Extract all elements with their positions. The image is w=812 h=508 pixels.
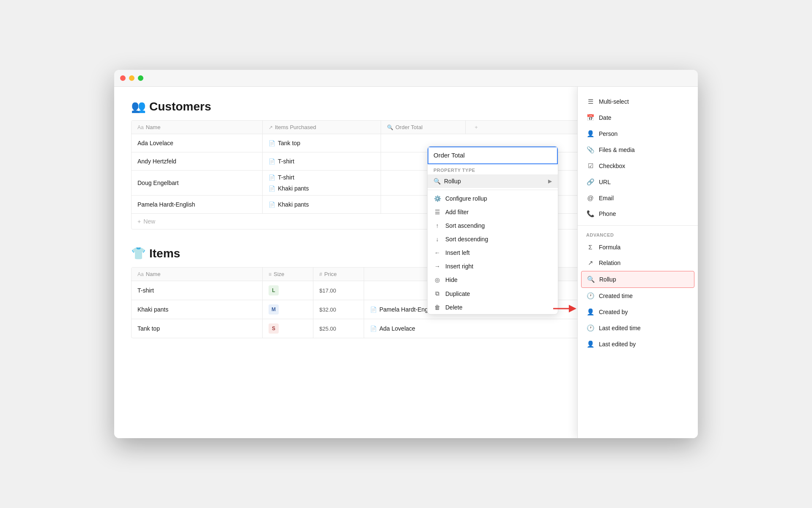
type-email[interactable]: @ Email xyxy=(578,190,698,206)
item-price-2[interactable]: $25.00 xyxy=(313,319,364,338)
phone-icon: 📞 xyxy=(586,210,595,218)
item-size-2[interactable]: S xyxy=(263,319,313,338)
duplicate-icon: ⧉ xyxy=(433,290,441,297)
add-filter-label: Add filter xyxy=(445,209,469,215)
close-button[interactable] xyxy=(120,75,126,81)
url-label: URL xyxy=(599,179,611,185)
item-price-1[interactable]: $32.00 xyxy=(313,300,364,319)
property-type-value: Rollup xyxy=(444,178,461,185)
multi-select-icon: ☰ xyxy=(586,98,595,105)
customer-items-3[interactable]: 📄 Khaki pants xyxy=(263,196,381,213)
created-time-icon: 🕐 xyxy=(586,292,595,300)
title-bar xyxy=(114,70,698,87)
item-size-1[interactable]: M xyxy=(263,300,313,319)
type-url[interactable]: 🔗 URL xyxy=(578,174,698,190)
created-by-icon: 👤 xyxy=(586,308,595,316)
item-size-0[interactable]: L xyxy=(263,281,313,300)
item-price-0[interactable]: $17.00 xyxy=(313,281,364,300)
configure-icon: ⚙️ xyxy=(433,195,441,202)
add-column-button[interactable]: + xyxy=(466,121,487,134)
customer-name-1[interactable]: Andy Hertzfeld xyxy=(132,152,263,170)
item-name-2[interactable]: Tank top xyxy=(132,319,263,338)
rollup-icon: 🔍 xyxy=(587,276,595,283)
email-label: Email xyxy=(599,195,614,202)
rollup-type-icon: 🔍 xyxy=(433,178,441,185)
property-name-input[interactable] xyxy=(428,146,558,164)
customers-col-order[interactable]: 🔍 Order Total xyxy=(381,121,466,134)
main-window: ··· 👥 Customers Aa Name ↗ Items Purchase… xyxy=(114,70,698,438)
insert-right-label: Insert right xyxy=(445,263,473,270)
type-multi-select[interactable]: ☰ Multi-select xyxy=(578,94,698,110)
sort-desc-icon: ↓ xyxy=(433,236,441,243)
type-person[interactable]: 👤 Person xyxy=(578,126,698,142)
date-label: Date xyxy=(599,114,612,121)
type-last-edited-by[interactable]: 👤 Last edited by xyxy=(578,336,698,352)
hide-label: Hide xyxy=(445,276,458,283)
hide-icon: ◎ xyxy=(433,276,441,283)
delete-item[interactable]: 🗑 Delete xyxy=(428,301,558,314)
add-filter-item[interactable]: ☰ Add filter xyxy=(428,205,558,219)
minimize-button[interactable] xyxy=(129,75,134,81)
advanced-label: ADVANCED xyxy=(578,229,698,239)
delete-icon: 🗑 xyxy=(433,304,441,311)
type-created-by[interactable]: 👤 Created by xyxy=(578,304,698,320)
formula-label: Formula xyxy=(599,244,620,251)
last-edited-by-icon: 👤 xyxy=(586,340,595,348)
type-picker-panel: ☰ Multi-select 📅 Date 👤 Person 📎 Files &… xyxy=(577,87,698,438)
item-name-1[interactable]: Khaki pants xyxy=(132,300,263,319)
customer-items-0[interactable]: 📄 Tank top xyxy=(263,134,381,152)
sort-ascending-item[interactable]: ↑ Sort ascending xyxy=(428,219,558,232)
type-rollup[interactable]: 🔍 Rollup xyxy=(581,271,694,288)
delete-label: Delete xyxy=(445,304,462,311)
type-checkbox[interactable]: ☑ Checkbox xyxy=(578,158,698,174)
customers-emoji: 👥 xyxy=(131,99,146,113)
duplicate-item[interactable]: ⧉ Duplicate xyxy=(428,287,558,301)
property-type-selector[interactable]: 🔍 Rollup ▶ xyxy=(428,174,558,188)
insert-right-item[interactable]: → Insert right xyxy=(428,260,558,273)
person-label: Person xyxy=(599,130,617,137)
url-icon: 🔗 xyxy=(586,178,595,186)
customer-name-0[interactable]: Ada Lovelace xyxy=(132,134,263,152)
type-formula[interactable]: Σ Formula xyxy=(578,239,698,255)
insert-left-item[interactable]: ← Insert left xyxy=(428,246,558,260)
type-phone[interactable]: 📞 Phone xyxy=(578,206,698,222)
customer-items-1[interactable]: 📄 T-shirt xyxy=(263,152,381,170)
customers-col-name: Aa Name xyxy=(132,121,263,134)
insert-left-icon: ← xyxy=(433,249,441,256)
person-icon: 👤 xyxy=(586,130,595,138)
type-created-time[interactable]: 🕐 Created time xyxy=(578,288,698,304)
relation-icon: ↗ xyxy=(586,259,595,267)
main-content: ··· 👥 Customers Aa Name ↗ Items Purchase… xyxy=(114,87,698,438)
configure-rollup-item[interactable]: ⚙️ Configure rollup xyxy=(428,192,558,205)
type-files-media[interactable]: 📎 Files & media xyxy=(578,142,698,158)
property-type-label: PROPERTY TYPE xyxy=(428,164,558,174)
chevron-right-icon: ▶ xyxy=(548,178,552,184)
type-last-edited-time[interactable]: 🕐 Last edited time xyxy=(578,320,698,336)
sort-descending-label: Sort descending xyxy=(445,236,488,243)
last-edited-time-icon: 🕐 xyxy=(586,324,595,332)
customer-name-2[interactable]: Doug Engelbart xyxy=(132,171,263,195)
hide-item[interactable]: ◎ Hide xyxy=(428,273,558,287)
checkbox-icon: ☑ xyxy=(586,162,595,170)
customer-name-3[interactable]: Pamela Hardt-English xyxy=(132,196,263,213)
maximize-button[interactable] xyxy=(138,75,143,81)
phone-label: Phone xyxy=(599,210,616,217)
insert-left-label: Insert left xyxy=(445,249,470,256)
created-by-label: Created by xyxy=(599,309,628,315)
type-relation[interactable]: ↗ Relation xyxy=(578,255,698,271)
email-icon: @ xyxy=(586,194,595,202)
customer-items-2[interactable]: 📄T-shirt 📄Khaki pants xyxy=(263,171,381,195)
items-col-size: ≡ Size xyxy=(263,268,313,281)
date-icon: 📅 xyxy=(586,114,595,121)
item-name-0[interactable]: T-shirt xyxy=(132,281,263,300)
customers-col-items[interactable]: ↗ Items Purchased xyxy=(263,121,381,134)
files-media-icon: 📎 xyxy=(586,146,595,154)
sort-descending-item[interactable]: ↓ Sort descending xyxy=(428,232,558,246)
last-edited-by-label: Last edited by xyxy=(599,341,636,348)
insert-right-icon: → xyxy=(433,263,441,270)
multi-select-label: Multi-select xyxy=(599,98,629,105)
duplicate-label: Duplicate xyxy=(445,290,470,297)
type-date[interactable]: 📅 Date xyxy=(578,110,698,126)
rollup-arrow-pointer xyxy=(553,303,579,315)
files-media-label: Files & media xyxy=(599,146,635,153)
